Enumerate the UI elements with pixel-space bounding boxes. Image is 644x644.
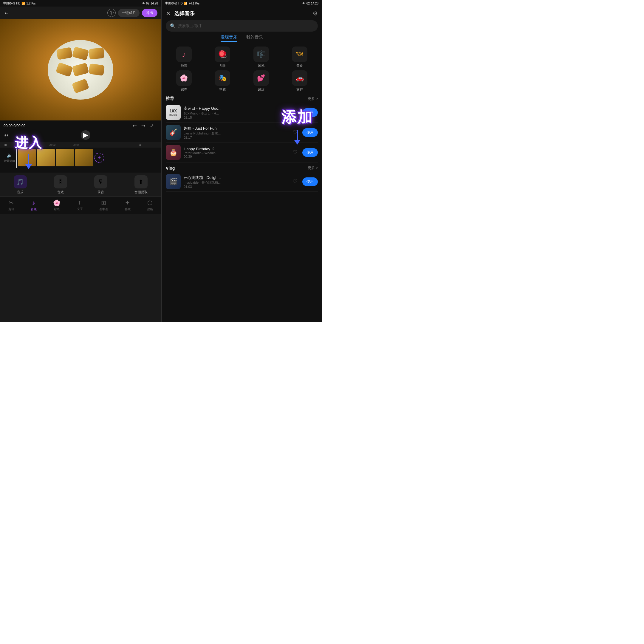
nav-edit-label: 剪辑 xyxy=(8,207,14,211)
left-panel: 中国移动 HD 📶 1.2 K/s 👁 62 14:28 ← ⓘ 一键成片 导出 xyxy=(0,0,161,322)
track3-title: Happy Birthday_2 xyxy=(184,147,288,151)
nav-text[interactable]: T 文字 xyxy=(77,200,83,211)
cat-food[interactable]: 🍽 美食 xyxy=(282,47,318,68)
vlog-section-header: Vlog 更多 > xyxy=(166,162,318,172)
nav-edit[interactable]: ✂ 剪辑 xyxy=(8,199,14,211)
ruler-start: ⏮ xyxy=(4,143,7,146)
tool-extract-icon-wrap: ⬆ xyxy=(134,175,148,188)
track1-artist: 10XMusic - 幸运日 - H... xyxy=(184,111,288,116)
cat-sweet[interactable]: 💕 超甜 xyxy=(243,70,279,92)
track1-title: 幸运日 - Happy Goo... xyxy=(184,106,288,111)
export-button[interactable]: 导出 xyxy=(142,9,157,17)
track3-thumb: 🎂 xyxy=(166,145,181,160)
vlog-more-link[interactable]: 更多 > xyxy=(308,165,318,171)
sweet-icon: 💕 xyxy=(257,74,265,82)
recommend-more-link[interactable]: 更多 > xyxy=(308,96,318,101)
nav-sticker[interactable]: 🌸 贴纸 xyxy=(53,199,61,211)
annotation-enter: 进入 xyxy=(15,134,42,169)
tool-record[interactable]: 🎙 录音 xyxy=(94,175,107,194)
mute-icon[interactable]: 🔈 xyxy=(7,152,13,158)
vtrack1-artist: musiqaide - 开心跳跳糖... xyxy=(184,180,288,185)
cat-dynamic-icon: 🎭 xyxy=(215,70,230,86)
cat-dynamic[interactable]: 🎭 动感 xyxy=(205,70,241,92)
nav-audio[interactable]: ♪ 音频 xyxy=(31,199,37,211)
tab-discover[interactable]: 发现音乐 xyxy=(221,35,237,42)
right-wifi-speed: 74.1 K/s xyxy=(188,2,199,5)
vtrack1-use-button[interactable]: 使用 xyxy=(302,177,318,186)
tool-sound[interactable]: 🎛 音效 xyxy=(54,175,67,194)
annotation-add: 添加 xyxy=(281,107,313,145)
video-preview xyxy=(0,19,161,120)
left-top-bar: ← ⓘ 一键成片 导出 xyxy=(0,7,161,19)
edit-icon: ✂ xyxy=(9,199,14,206)
track2-duration: 02:17 xyxy=(184,136,288,139)
food-item-3 xyxy=(89,48,105,59)
track3-use-button[interactable]: 使用 xyxy=(302,148,318,157)
dynamic-icon: 🎭 xyxy=(219,74,227,82)
search-bar[interactable]: 🔍 搜索歌曲/歌手 xyxy=(166,20,318,32)
cat-children[interactable]: 🪀 儿歌 xyxy=(205,47,241,68)
play-button[interactable]: ▶ xyxy=(81,130,90,140)
left-hd-badge: HD xyxy=(16,2,20,5)
music-item-3[interactable]: 🎂 Happy Birthday_2 Peter Martin - Weddin… xyxy=(166,143,318,162)
track-controls: 🔈 设置封面 xyxy=(2,152,17,163)
track3-duration: 00:39 xyxy=(184,155,288,158)
time-display-row: 00:00.0/00:09 ↩ ↪ ⤢ xyxy=(0,123,161,130)
audio-icon: ♪ xyxy=(32,199,35,206)
tool-extract-label: 音频提取 xyxy=(134,190,148,194)
guofeng-icon: 🎼 xyxy=(257,50,265,58)
left-signal: 📶 xyxy=(21,2,25,5)
nav-filter[interactable]: ⬡ 滤镜 xyxy=(147,199,153,211)
left-carrier: 中国移动 xyxy=(3,1,15,5)
recommend-section-header: 推荐 更多 > xyxy=(162,94,322,103)
left-battery: 62 xyxy=(146,2,149,5)
ruler-mark-2: 00:04 xyxy=(64,143,88,146)
cat-spring[interactable]: 🌸 踏春 xyxy=(166,70,202,92)
nav-pip[interactable]: ⊞ 画中画 xyxy=(99,199,108,211)
redo-button[interactable]: ↪ xyxy=(141,123,145,129)
close-button[interactable]: ✕ xyxy=(166,10,171,17)
text-icon: T xyxy=(78,200,81,206)
vlog-item-1[interactable]: 🎬 开心跳跳糖 - Deligh... musiqaide - 开心跳跳糖...… xyxy=(166,172,318,192)
cat-travel[interactable]: 🚗 旅行 xyxy=(282,70,318,92)
vtrack1-heart[interactable]: ♡ xyxy=(293,178,298,185)
cat-pure-label: 纯音 xyxy=(181,64,187,68)
cat-guofeng-label: 国风 xyxy=(258,64,264,68)
tool-music-icon-wrap: 🎵 xyxy=(14,175,27,188)
vtrack1-duration: 01:03 xyxy=(184,185,288,188)
left-time: 14:28 xyxy=(151,2,158,5)
sound-icon: 🎛 xyxy=(58,178,64,185)
info-button[interactable]: ⓘ xyxy=(107,9,116,17)
tool-record-icon-wrap: 🎙 xyxy=(94,175,107,188)
right-carrier: 中国移动 xyxy=(165,1,177,5)
food-icon: 🍽 xyxy=(296,50,303,58)
nav-effect[interactable]: ✦ 特效 xyxy=(125,199,131,211)
effect-icon: ✦ xyxy=(125,199,130,206)
settings-button[interactable]: ⚙ xyxy=(312,10,318,17)
travel-icon: 🚗 xyxy=(296,74,304,82)
cat-sweet-label: 超甜 xyxy=(258,87,264,92)
search-icon: 🔍 xyxy=(170,23,176,29)
skip-start-icon[interactable]: ⏮ xyxy=(4,132,9,138)
undo-button[interactable]: ↩ xyxy=(133,123,137,129)
track1-duration: 02:15 xyxy=(184,116,288,119)
track3-artist: Peter Martin - Weddin... xyxy=(184,151,288,155)
expand-button[interactable]: ⤢ xyxy=(150,123,154,129)
tool-extract[interactable]: ⬆ 音频提取 xyxy=(134,175,148,194)
thumb-3[interactable] xyxy=(56,149,74,166)
pure-music-icon: ♪ xyxy=(182,50,186,59)
ruler-mark-1: 00:02 xyxy=(40,143,64,146)
svg-marker-3 xyxy=(294,140,301,145)
yijian-button[interactable]: 一键成片 xyxy=(118,9,140,17)
cat-guofeng[interactable]: 🎼 国风 xyxy=(243,47,279,68)
tab-my-music[interactable]: 我的音乐 xyxy=(246,35,263,42)
tool-music[interactable]: 🎵 音乐 xyxy=(14,175,27,194)
thumb-4[interactable] xyxy=(75,149,93,166)
track3-heart[interactable]: ♡ xyxy=(293,149,298,156)
add-clip-button[interactable]: + xyxy=(94,153,104,163)
cat-travel-icon: 🚗 xyxy=(292,70,307,86)
back-button[interactable]: ← xyxy=(4,10,10,16)
annotation-add-arrow xyxy=(281,130,313,145)
cat-pure[interactable]: ♪ 纯音 xyxy=(166,47,202,68)
food-item-1 xyxy=(56,47,72,60)
